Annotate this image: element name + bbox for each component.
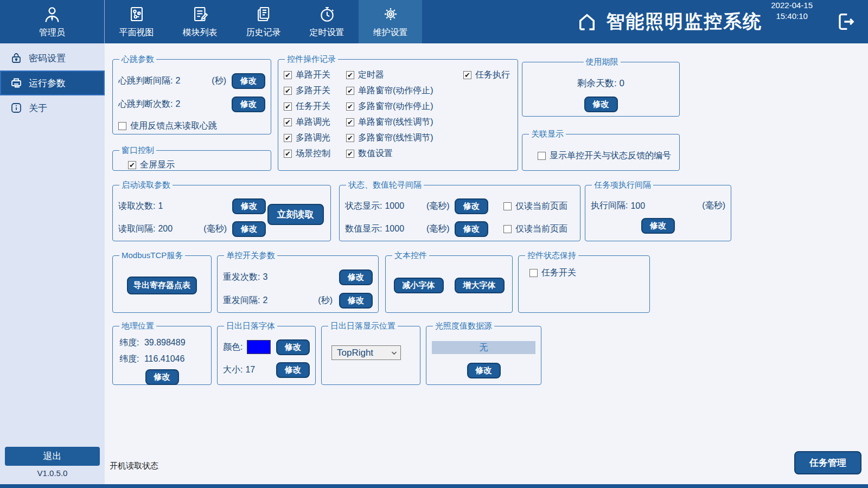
record-checkbox[interactable] [346, 71, 354, 79]
group-sunrise-sunset-font: 日出日落字体 颜色: 修改 大小: 17 修改 [217, 321, 316, 385]
nav-tab-label: 维护设置 [373, 27, 408, 38]
nav-tab-timer-settings[interactable]: 定时设置 [295, 0, 359, 43]
group-title: 使用期限 [584, 57, 621, 67]
record-item: 单路调光 [284, 116, 346, 128]
nav-tab-history[interactable]: 历史记录 [232, 0, 295, 43]
fullscreen-checkbox[interactable] [128, 161, 136, 169]
read-interval-unit: (毫秒) [203, 223, 227, 235]
nav-tab-label: 模块列表 [183, 27, 218, 38]
group-title: 光照度值数据源 [433, 321, 494, 331]
group-title: 文本控件 [392, 251, 429, 261]
resend-interval-modify-button[interactable]: 修改 [339, 293, 373, 309]
lock-icon [10, 52, 23, 65]
sidebar-item-run-parameters[interactable]: 运行参数 [0, 70, 105, 95]
remaining-days-value: 0 [620, 78, 624, 88]
font-color-modify-button[interactable]: 修改 [276, 339, 310, 355]
logout-icon[interactable] [834, 11, 856, 33]
record-checkbox[interactable] [346, 150, 354, 158]
record-checkbox[interactable] [284, 102, 292, 111]
sidebar-spacer [0, 119, 105, 447]
record-item: 任务开关 [284, 100, 346, 112]
date-text: 2022-04-15 [771, 0, 813, 11]
group-sunrise-sunset-position: 日出日落显示位置 TopRight [321, 321, 420, 385]
related-display-checkbox[interactable] [538, 152, 546, 160]
geo-modify-button[interactable]: 修改 [145, 369, 179, 385]
group-control-operation-records: 控件操作记录 单路开关 多路开关 任务开关 单路调光 多路调光 场景控制 定时器… [278, 54, 518, 171]
export-register-table-button[interactable]: 导出寄存器点表 [127, 277, 197, 294]
read-now-button[interactable]: 立刻读取 [267, 204, 324, 225]
record-checkbox[interactable] [284, 87, 292, 95]
heartbeat-count-row: 心跳判断次数: 2 修改 [118, 96, 265, 112]
group-lux-data-source: 光照度值数据源 无 修改 [426, 321, 541, 385]
exit-button[interactable]: 退出 [5, 447, 100, 466]
task-manage-button[interactable]: 任务管理 [794, 451, 861, 474]
group-title: 启动读取参数 [119, 180, 173, 190]
group-text-control: 文本控件 减小字体 增大字体 [385, 251, 513, 313]
heartbeat-interval-unit: (秒) [212, 75, 226, 87]
record-checkbox[interactable] [346, 118, 354, 126]
nav-tab-module-list[interactable]: 模块列表 [168, 0, 232, 43]
record-checkbox[interactable] [346, 102, 354, 111]
longitude-row: 纬度: 116.41046 [118, 354, 206, 365]
group-modbus-tcp: ModbusTCP服务 导出寄存器点表 [112, 251, 212, 313]
record-item: 多路开关 [284, 85, 346, 97]
record-item: 多路调光 [284, 132, 346, 144]
value-display-unit: (毫秒) [426, 223, 455, 235]
group-title: 关联显示 [529, 129, 566, 139]
read-interval-modify-button[interactable]: 修改 [232, 221, 266, 237]
record-checkbox[interactable] [284, 150, 292, 158]
group-title: 日出日落字体 [224, 321, 277, 331]
group-title: ModbusTCP服务 [119, 251, 185, 261]
group-title: 心跳参数 [119, 54, 156, 65]
license-modify-button[interactable]: 修改 [584, 97, 618, 112]
record-checkbox[interactable] [284, 71, 292, 79]
related-display-label: 显示单控开关与状态反馈的编号 [550, 150, 671, 162]
lux-source-modify-button[interactable]: 修改 [467, 363, 501, 378]
exec-interval-modify-button[interactable]: 修改 [641, 218, 675, 234]
sunset-position-select[interactable]: TopRight [331, 345, 401, 360]
home-icon [576, 10, 598, 33]
sidebar-item-password-settings[interactable]: 密码设置 [0, 47, 105, 69]
decrease-font-button[interactable]: 减小字体 [394, 278, 444, 293]
info-icon [10, 101, 23, 114]
parameters-icon [10, 76, 23, 89]
feedback-point-checkbox[interactable] [118, 122, 126, 130]
group-geo-location: 地理位置 纬度: 39.898489 纬度: 116.41046 修改 [112, 321, 212, 385]
nav-tab-floor-view[interactable]: 平面视图 [105, 0, 168, 43]
heartbeat-interval-modify-button[interactable]: 修改 [232, 73, 265, 89]
main-nav: 平面视图 模块列表 历史记录 [105, 0, 422, 43]
record-checkbox[interactable] [463, 71, 471, 79]
read-interval-label: 读取间隔: [118, 223, 155, 235]
read-interval-row: 读取间隔: 200 (毫秒) 修改 [118, 221, 266, 237]
heartbeat-count-modify-button[interactable]: 修改 [232, 97, 265, 112]
record-checkbox[interactable] [346, 87, 354, 95]
font-color-swatch [247, 340, 271, 354]
task-switch-checkbox[interactable] [529, 269, 538, 277]
admin-user-label: 管理员 [39, 27, 65, 38]
read-count-value: 1 [158, 201, 163, 211]
nav-tab-maintenance-settings[interactable]: 维护设置 [359, 0, 422, 43]
status-page-only-label: 仅读当前页面 [515, 201, 567, 212]
record-checkbox[interactable] [284, 118, 292, 126]
value-page-only-checkbox[interactable] [503, 225, 512, 233]
read-count-modify-button[interactable]: 修改 [232, 198, 266, 214]
sidebar-item-about[interactable]: 关于 [0, 97, 105, 119]
resend-count-label: 重发次数: [223, 272, 260, 283]
resend-count-modify-button[interactable]: 修改 [339, 269, 373, 285]
record-checkbox[interactable] [284, 134, 292, 142]
record-checkbox[interactable] [346, 134, 354, 142]
status-display-modify-button[interactable]: 修改 [455, 198, 488, 214]
value-display-modify-button[interactable]: 修改 [455, 221, 488, 237]
group-title: 任务项执行间隔 [592, 180, 653, 190]
resend-interval-label: 重发间隔: [223, 295, 260, 306]
startup-read-left: 读取次数: 1 修改 读取间隔: 200 (毫秒) 修改 [118, 191, 266, 237]
nav-tab-label: 历史记录 [246, 27, 281, 38]
record-item: 场景控制 [284, 147, 346, 159]
increase-font-button[interactable]: 增大字体 [455, 278, 505, 293]
group-startup-read-params: 启动读取参数 读取次数: 1 修改 读取间隔: 200 (毫秒) 修改 立刻读取 [112, 180, 331, 241]
group-polling-interval: 状态、数值轮寻间隔 状态显示:1000 (毫秒) 修改 仅读当前页面 数值显示:… [339, 180, 580, 241]
record-item: 单路开关 [284, 69, 346, 81]
status-page-only-checkbox[interactable] [503, 202, 512, 210]
font-size-modify-button[interactable]: 修改 [276, 362, 310, 378]
value-page-only-label: 仅读当前页面 [515, 223, 567, 235]
